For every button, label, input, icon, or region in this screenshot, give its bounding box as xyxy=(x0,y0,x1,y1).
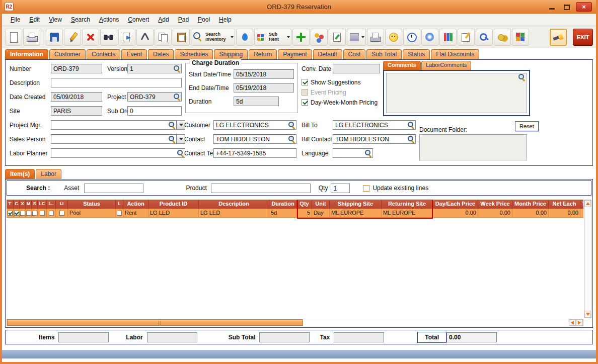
tab-dates[interactable]: Dates xyxy=(148,49,174,59)
date-created-field[interactable]: 05/09/2018 xyxy=(51,92,102,102)
cell-status[interactable]: Pool xyxy=(68,209,116,218)
col-header[interactable]: C xyxy=(14,200,20,209)
version-field[interactable]: 1 xyxy=(127,64,182,73)
col-header-duration[interactable]: Duration xyxy=(269,200,297,209)
cell-unit[interactable]: Day xyxy=(312,209,330,218)
col-header-day-each-price[interactable]: Day/Each Price xyxy=(433,200,478,209)
cell-description[interactable]: LG LED xyxy=(199,209,269,218)
col-header-month-price[interactable]: Month Price xyxy=(512,200,549,209)
tab-cost[interactable]: Cost xyxy=(343,49,366,59)
tab-status[interactable]: Status xyxy=(403,49,430,59)
search-icon[interactable] xyxy=(288,122,295,128)
sub-orders-field[interactable]: 0 xyxy=(127,106,182,116)
asset-input[interactable] xyxy=(84,184,143,193)
menu-view[interactable]: View xyxy=(44,15,66,25)
col-header-status[interactable]: Status xyxy=(68,200,116,209)
print-button[interactable] xyxy=(23,29,40,46)
search-icon[interactable] xyxy=(169,136,175,142)
new-document-button[interactable] xyxy=(5,29,22,46)
customer-field[interactable]: LG ELECTRONICS xyxy=(213,120,296,130)
flashlight-button[interactable] xyxy=(550,29,567,46)
row-checkbox-c[interactable] xyxy=(14,211,19,216)
col-header-unit[interactable]: Unit xyxy=(312,200,330,209)
start-date-field[interactable]: 05/15/2018 xyxy=(234,69,294,79)
contact-field[interactable]: TOM HIDDLESTON xyxy=(213,134,296,144)
add-line-button[interactable] xyxy=(292,29,310,46)
project-mgr-field[interactable] xyxy=(51,120,177,130)
menu-pad[interactable]: Pad xyxy=(174,15,193,25)
cell-net-each[interactable]: 0.00 xyxy=(549,209,580,218)
items-tab-items[interactable]: Item(s) xyxy=(5,169,35,179)
edit-button[interactable] xyxy=(64,29,81,46)
menu-edit[interactable]: Edit xyxy=(25,15,44,25)
row-checkbox-ii[interactable] xyxy=(59,211,64,216)
security-button[interactable] xyxy=(476,29,493,46)
search-icon[interactable] xyxy=(408,136,414,142)
tab-customer[interactable]: Customer xyxy=(49,49,86,59)
print-report-button[interactable] xyxy=(367,29,384,46)
cell-month-price[interactable]: 0.00 xyxy=(512,209,549,218)
col-header[interactable]: M xyxy=(26,200,32,209)
product-input[interactable] xyxy=(211,184,311,193)
menu-convert[interactable]: Convert xyxy=(123,15,154,25)
menu-pool[interactable]: Pool xyxy=(193,15,214,25)
search-icon[interactable] xyxy=(408,122,414,128)
col-header-net-each[interactable]: Net Each xyxy=(549,200,580,209)
tab-return[interactable]: Return xyxy=(249,49,277,59)
menu-search[interactable]: Search xyxy=(66,15,95,25)
search-icon[interactable] xyxy=(174,94,180,100)
convert-button[interactable] xyxy=(118,29,135,46)
menu-actions[interactable]: Actions xyxy=(95,15,123,25)
tab-flat-discounts[interactable]: Flat Discounts xyxy=(431,49,479,59)
modules-button[interactable] xyxy=(512,29,529,46)
delete-button[interactable] xyxy=(82,29,99,46)
cell-returning-site[interactable]: ML EUROPE xyxy=(382,209,433,218)
col-header[interactable]: L xyxy=(116,200,123,209)
col-header-shipping-site[interactable]: Shipping Site xyxy=(330,200,382,209)
scroll-left-button[interactable] xyxy=(569,319,576,326)
labor-comments-tab[interactable]: LaborComments xyxy=(421,61,471,70)
comments-tab[interactable]: Comments xyxy=(383,61,421,70)
cell-shipping-site[interactable]: ML EUROPE xyxy=(330,209,382,218)
library-button[interactable] xyxy=(439,29,457,46)
menu-add[interactable]: Add xyxy=(154,15,173,25)
horizontal-scrollbar[interactable] xyxy=(7,319,583,326)
edit-note-button[interactable] xyxy=(329,29,346,46)
paste-button[interactable] xyxy=(173,29,190,46)
show-suggestions-checkbox[interactable] xyxy=(302,79,308,85)
col-header[interactable]: I.I xyxy=(56,200,68,209)
event-pricing-checkbox[interactable] xyxy=(302,89,308,96)
close-button[interactable]: × xyxy=(576,2,592,12)
col-header[interactable]: T xyxy=(7,200,14,209)
disc-button[interactable] xyxy=(421,29,438,46)
number-field[interactable]: ORD-379 xyxy=(51,64,102,73)
language-field[interactable] xyxy=(333,148,373,158)
tab-event[interactable]: Event xyxy=(121,49,147,59)
row-checkbox-x[interactable] xyxy=(20,211,25,216)
search-icon[interactable] xyxy=(177,150,184,156)
col-header-description[interactable]: Description xyxy=(199,200,269,209)
search-icon[interactable] xyxy=(169,122,175,128)
feedback-button[interactable] xyxy=(385,29,402,46)
search-inventory-button[interactable]: Search Inventory xyxy=(191,29,235,46)
scrollbar-thumb[interactable] xyxy=(7,319,303,326)
tab-default[interactable]: Default xyxy=(313,49,342,59)
description-field[interactable] xyxy=(51,78,182,87)
save-button[interactable] xyxy=(46,29,63,46)
table-row[interactable]: Pool Rent LG LED LG LED 5d 5 Day ML EURO… xyxy=(7,209,583,218)
col-header-product-id[interactable]: Product ID xyxy=(148,200,199,209)
conv-date-field[interactable] xyxy=(333,64,380,73)
row-checkbox-l[interactable] xyxy=(117,211,122,216)
col-header[interactable]: I... xyxy=(47,200,56,209)
find-button[interactable] xyxy=(100,29,117,46)
card-file-button[interactable] xyxy=(347,29,366,46)
scroll-right-button[interactable] xyxy=(576,319,583,326)
row-checkbox-i[interactable] xyxy=(49,211,54,216)
update-existing-lines-checkbox[interactable] xyxy=(363,185,369,192)
col-header-returning-site[interactable]: Returning Site xyxy=(382,200,433,209)
copy-button[interactable] xyxy=(155,29,172,46)
minimize-button[interactable] xyxy=(546,3,558,11)
scroll-up-button[interactable] xyxy=(584,200,591,207)
search-icon[interactable] xyxy=(288,136,295,142)
project-field[interactable]: ORD-379 xyxy=(127,92,182,102)
